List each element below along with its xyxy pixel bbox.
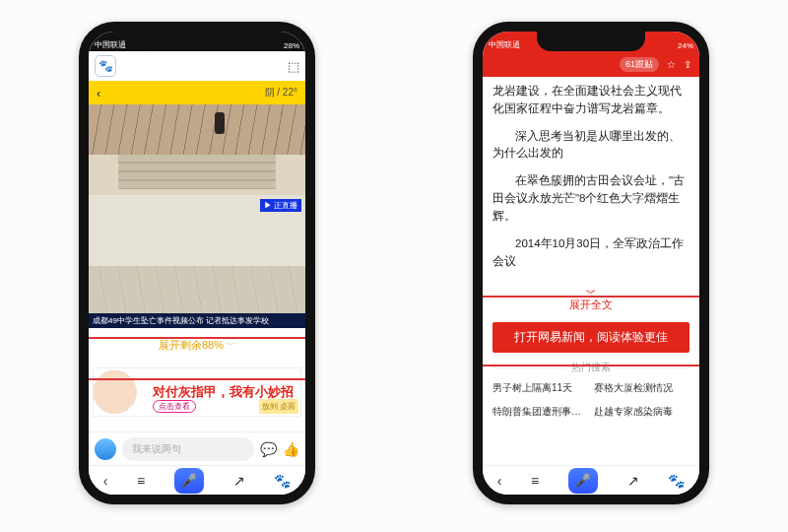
ad-image bbox=[94, 368, 147, 416]
hot-search-grid: 男子树上隔离11天 赛格大厦检测情况 特朗普集团遭刑事调查 赴越专家感染病毒 bbox=[483, 378, 699, 422]
carrier-label: 中国联通 bbox=[95, 39, 126, 50]
nav-back-icon[interactable]: ‹ bbox=[103, 473, 108, 489]
expand-full-button[interactable]: ︾ 展开全文 bbox=[483, 286, 699, 318]
expand-label: 展开剩余88% bbox=[159, 338, 224, 353]
para-3: 在翠色簇拥的古田会议会址，"古田会议永放光芒"8个红色大字熠熠生辉。 bbox=[492, 172, 690, 225]
nav-paw-icon[interactable]: 🐾 bbox=[274, 473, 291, 489]
para-1: 龙岩建设，在全面建设社会主义现代化国家征程中奋力谱写龙岩篇章。 bbox=[492, 83, 690, 118]
screen: 🐾 ⬚ ‹ 阴 / 22° ▶ 正直播 成都49中学生坠亡事件视频公布 记者抵达… bbox=[89, 51, 305, 495]
open-app-button[interactable]: 打开网易新闻，阅读体验更佳 bbox=[492, 322, 690, 353]
live-tag: ▶ 正直播 bbox=[260, 199, 301, 212]
follow-count-pill[interactable]: 61跟贴 bbox=[620, 57, 659, 72]
notch bbox=[537, 32, 645, 51]
comment-icon[interactable]: 💬 bbox=[260, 441, 277, 457]
ad-pill[interactable]: 点击查看 bbox=[153, 400, 196, 413]
weather-text: 阴 / 22° bbox=[265, 86, 297, 100]
camera-icon[interactable]: ⬚ bbox=[288, 59, 299, 74]
expand-full-label: 展开全文 bbox=[569, 299, 613, 310]
carrier-label: 中国联通 bbox=[489, 39, 520, 50]
app-logo-icon[interactable]: 🐾 bbox=[95, 55, 116, 77]
expand-remaining-button[interactable]: 展开剩余88% ﹀ bbox=[89, 328, 305, 362]
screen: 61跟贴 ☆ ⇪ 龙岩建设，在全面建设社会主义现代化国家征程中奋力谱写龙岩篇章。… bbox=[483, 51, 699, 495]
battery-label: 24% bbox=[678, 41, 693, 50]
ad-corner[interactable]: 放到 桌面 bbox=[259, 399, 298, 414]
bottom-nav: ‹ ≡ 🎤 ↗ 🐾 bbox=[89, 465, 305, 495]
like-icon[interactable]: 👍 bbox=[283, 441, 299, 457]
ad-banner[interactable]: 对付灰指甲，我有小妙招 点击查看 放到 桌面 bbox=[93, 367, 301, 417]
nav-share-icon[interactable]: ↗ bbox=[627, 473, 639, 489]
nav-menu-icon[interactable]: ≡ bbox=[137, 473, 145, 489]
search-row: 🐾 ⬚ bbox=[89, 51, 305, 81]
comment-bar: 我来说两句 💬 👍 bbox=[89, 432, 305, 465]
bottom-nav: ‹ ≡ 🎤 ↗ 🐾 bbox=[483, 465, 699, 495]
nav-mic-button[interactable]: 🎤 bbox=[174, 468, 204, 494]
video-caption: 成都49中学生坠亡事件视频公布 记者抵达事发学校 bbox=[89, 313, 305, 328]
hot-item[interactable]: 特朗普集团遭刑事调查 bbox=[492, 402, 588, 422]
star-icon[interactable]: ☆ bbox=[667, 59, 676, 70]
article-header: 61跟贴 ☆ ⇪ bbox=[483, 51, 699, 77]
hot-item[interactable]: 赛格大厦检测情况 bbox=[594, 378, 690, 398]
globe-icon[interactable] bbox=[95, 438, 116, 460]
battery-label: 28% bbox=[284, 41, 299, 50]
para-2: 深入思考当初是从哪里出发的、为什么出发的 bbox=[492, 128, 690, 164]
comment-input[interactable]: 我来说两句 bbox=[122, 437, 254, 461]
double-chevron-down-icon: ︾ bbox=[483, 290, 699, 298]
hot-search-title: 热门搜索 bbox=[483, 361, 699, 374]
article-body: 龙岩建设，在全面建设社会主义现代化国家征程中奋力谱写龙岩篇章。 深入思考当初是从… bbox=[483, 77, 699, 286]
para-4: 2014年10月30日，全军政治工作会议 bbox=[492, 235, 690, 271]
share-icon[interactable]: ⇪ bbox=[684, 59, 691, 70]
video-thumb-1[interactable] bbox=[89, 104, 305, 195]
hot-item[interactable]: 男子树上隔离11天 bbox=[492, 378, 588, 398]
back-icon[interactable]: ‹ bbox=[97, 86, 100, 100]
nav-paw-icon[interactable]: 🐾 bbox=[668, 473, 685, 489]
video-thumb-2[interactable]: ▶ 正直播 bbox=[89, 195, 305, 313]
nav-menu-icon[interactable]: ≡ bbox=[531, 473, 539, 489]
hot-item[interactable]: 赴越专家感染病毒 bbox=[594, 402, 690, 422]
phone-mockup-right: 中国联通 24% 61跟贴 ☆ ⇪ 龙岩建设，在全面建设社会主义现代化国家征程中… bbox=[473, 22, 709, 504]
nav-mic-button[interactable]: 🎤 bbox=[568, 468, 598, 494]
nav-share-icon[interactable]: ↗ bbox=[233, 473, 245, 489]
nav-back-icon[interactable]: ‹ bbox=[497, 473, 502, 489]
phone-mockup-left: 中国联通 28% 🐾 ⬚ ‹ 阴 / 22° ▶ 正直播 成都49中学生坠亡事件… bbox=[79, 22, 315, 504]
weather-bar: ‹ 阴 / 22° bbox=[89, 81, 305, 104]
chevron-down-icon: ﹀ bbox=[227, 339, 235, 352]
notch bbox=[143, 32, 251, 51]
